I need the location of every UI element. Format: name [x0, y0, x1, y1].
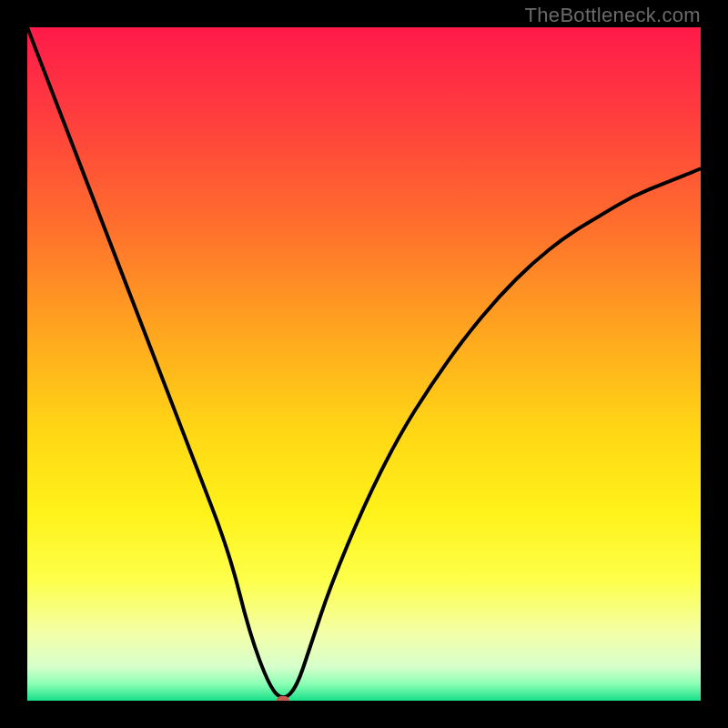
- plot-area: [27, 27, 701, 701]
- chart-frame: TheBottleneck.com: [0, 0, 728, 728]
- watermark-text: TheBottleneck.com: [525, 4, 701, 27]
- minimum-marker-icon: [277, 696, 289, 701]
- bottleneck-curve: [27, 27, 701, 701]
